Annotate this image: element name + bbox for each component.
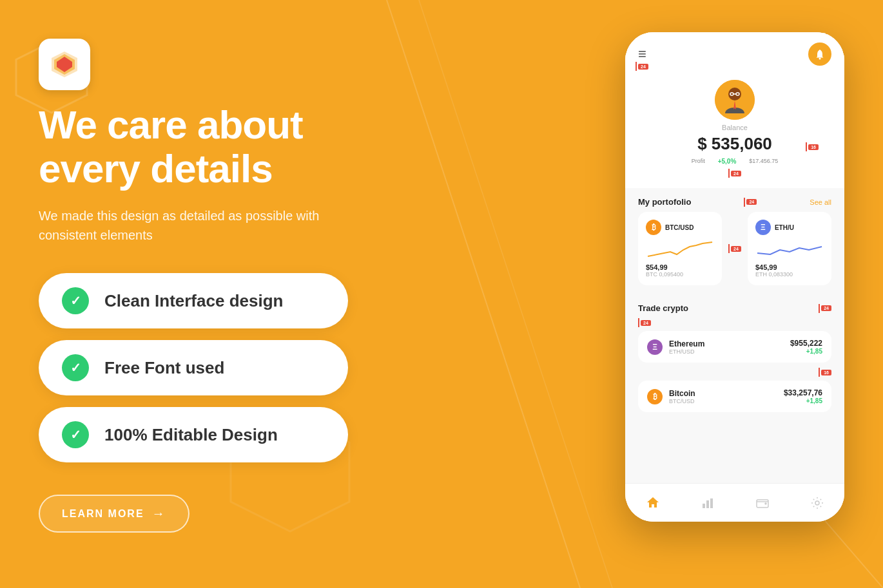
nav-wallet[interactable]	[755, 496, 770, 510]
ethereum-price: $955,222	[790, 339, 822, 348]
ethereum-trade-right: $955,222 +1,85	[790, 339, 822, 355]
annotation-badge-24a: 24	[638, 64, 648, 70]
check-circle-1: ✓	[62, 287, 89, 314]
portfolio-title: My portofolio	[638, 197, 691, 207]
eth-name: ETH/U	[775, 224, 794, 231]
portfolio-header: My portofolio 24 See all	[625, 188, 844, 212]
checkmark-icon-3: ✓	[70, 427, 81, 442]
nav-home[interactable]	[646, 496, 660, 510]
bitcoin-trade-item[interactable]: ₿ Bitcoin BTC/USD $33,257,76 +1,85	[638, 381, 831, 412]
btc-amount: BTC 0,095400	[646, 271, 714, 278]
user-avatar	[715, 80, 755, 120]
phone-header: ≡ 24	[625, 32, 844, 73]
annotation-badge-16b: 16	[821, 370, 831, 375]
svg-rect-17	[710, 498, 713, 508]
eth-card-header: Ξ ETH/U	[755, 220, 824, 235]
profit-label: Profit	[692, 158, 705, 164]
profit-value: +5,0%	[718, 158, 737, 165]
trade-title: Trade crypto	[638, 303, 688, 313]
eth-amount: ETH 0,083300	[755, 271, 824, 278]
eth-card: Ξ ETH/U $45,99 ETH 0,083300	[748, 212, 831, 285]
profile-section: Balance $ 535,060 16 Profit +5,0%	[625, 73, 844, 188]
ethereum-pair: ETH/USD	[669, 348, 704, 355]
eth-icon: Ξ	[755, 220, 771, 235]
menu-icon[interactable]: ≡	[638, 46, 646, 62]
phone-mockup: ≡ 24	[625, 32, 844, 535]
notification-icon[interactable]	[808, 43, 831, 66]
svg-rect-15	[703, 504, 705, 508]
subtitle: We made this design as detailed as possi…	[39, 206, 348, 245]
stat-profit-label: Profit	[692, 158, 705, 165]
stat-profit-value: +5,0%	[718, 158, 737, 165]
feature-item-editable: ✓ 100% Editable Design	[39, 407, 348, 462]
ethereum-trade-info: Ethereum ETH/USD	[669, 339, 704, 355]
check-circle-2: ✓	[62, 354, 89, 381]
svg-point-19	[815, 501, 819, 505]
bitcoin-trade-info: Bitcoin BTC/USD	[669, 389, 695, 404]
bitcoin-price: $33,257,76	[784, 388, 822, 397]
feature-list: ✓ Clean Interface design ✓ Free Font use…	[39, 273, 464, 462]
check-circle-3: ✓	[62, 421, 89, 448]
ethereum-trade-item[interactable]: Ξ Ethereum ETH/USD $955,222 +1,85	[638, 331, 831, 363]
btc-icon: ₿	[646, 220, 661, 235]
logo-icon	[49, 49, 80, 80]
checkmark-icon-1: ✓	[70, 293, 81, 308]
eth-chart	[755, 240, 824, 260]
annotation-badge-16: 16	[808, 144, 819, 150]
nav-settings[interactable]	[810, 496, 824, 510]
learn-more-label: LEARN MORE	[62, 508, 144, 520]
bitcoin-icon: ₿	[647, 389, 663, 404]
nav-chart[interactable]	[701, 496, 715, 510]
btc-name: BTC/USD	[665, 224, 694, 231]
ethereum-name: Ethereum	[669, 339, 704, 348]
learn-more-button[interactable]: LEARN MORE →	[39, 495, 189, 533]
see-all-link[interactable]: See all	[810, 198, 831, 206]
bottom-nav	[625, 483, 844, 522]
feature-item-free-font: ✓ Free Font used	[39, 340, 348, 395]
annotation-badge-24e: 24	[821, 305, 831, 311]
ethereum-icon: Ξ	[647, 339, 663, 355]
annotation-badge-24d: 24	[731, 246, 741, 252]
bitcoin-pair: BTC/USD	[669, 398, 695, 404]
feature-label-3: 100% Editable Design	[104, 425, 278, 445]
annotation-badge-24c: 24	[746, 199, 757, 205]
trade-header: Trade crypto 24	[625, 294, 844, 318]
svg-rect-16	[706, 500, 709, 508]
crypto-cards: ₿ BTC/USD $54,99 BTC 0,095400	[625, 212, 844, 294]
annotation-badge-24b: 24	[731, 171, 741, 176]
balance-stats: Profit +5,0% $17.456.75	[692, 158, 779, 165]
amount-value: $17.456.75	[749, 158, 778, 164]
ethereum-trade-left: Ξ Ethereum ETH/USD	[647, 339, 704, 355]
feature-label-1: Clean Interface design	[104, 291, 283, 311]
bitcoin-trade-left: ₿ Bitcoin BTC/USD	[647, 389, 695, 404]
phone-screen: ≡ 24	[625, 32, 844, 522]
bitcoin-change: +1,85	[784, 397, 822, 404]
btc-chart	[646, 240, 714, 260]
feature-label-2: Free Font used	[104, 358, 224, 378]
btc-card: ₿ BTC/USD $54,99 BTC 0,095400	[638, 212, 722, 285]
balance-label: Balance	[722, 124, 748, 131]
bitcoin-trade-right: $33,257,76 +1,85	[784, 388, 822, 404]
logo-box	[39, 39, 90, 90]
feature-item-clean-interface: ✓ Clean Interface design	[39, 273, 348, 328]
bitcoin-name: Bitcoin	[669, 389, 695, 398]
arrow-right-icon: →	[152, 506, 166, 521]
main-heading: We care about every details	[39, 103, 464, 191]
svg-point-9	[819, 58, 821, 60]
eth-price: $45,99	[755, 263, 824, 271]
btc-price: $54,99	[646, 263, 714, 271]
stat-amount-value: $17.456.75	[749, 158, 778, 165]
btc-card-header: ₿ BTC/USD	[646, 220, 714, 235]
phone-frame: ≡ 24	[625, 32, 844, 522]
left-content: We care about every details We made this…	[39, 39, 464, 533]
checkmark-icon-2: ✓	[70, 360, 81, 375]
trade-section: 24 Ξ Ethereum ETH/USD $955,222 +1,85	[625, 318, 844, 412]
annotation-badge-24f: 24	[641, 320, 651, 326]
ethereum-change: +1,85	[790, 348, 822, 355]
